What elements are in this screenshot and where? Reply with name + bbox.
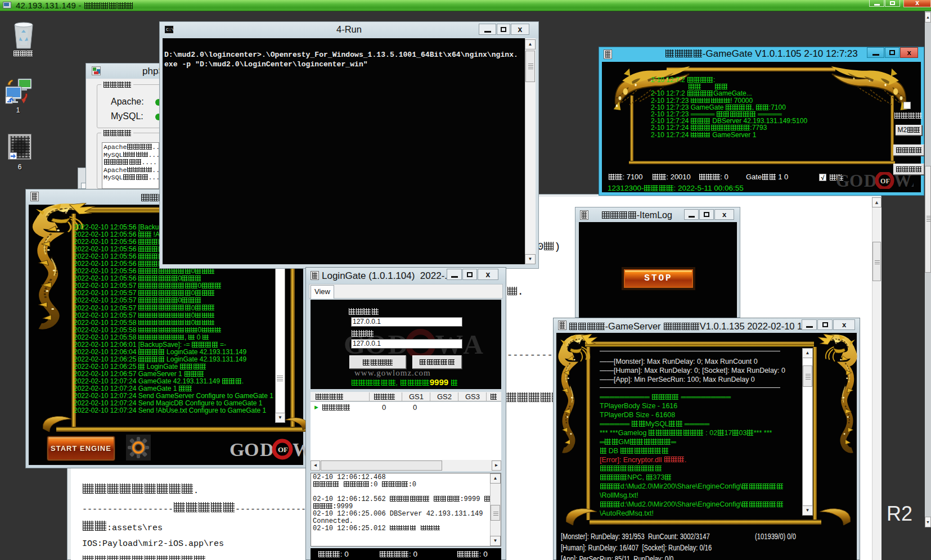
svg-text:D: D — [864, 172, 877, 189]
svg-text:O: O — [849, 172, 863, 189]
svg-text:D: D — [260, 439, 274, 460]
svg-text:G: G — [230, 439, 244, 460]
svg-text:O: O — [244, 439, 259, 460]
svg-text:W: W — [894, 172, 911, 189]
svg-text:OF: OF — [880, 177, 890, 185]
svg-text:G: G — [836, 172, 849, 189]
svg-text:A: A — [463, 329, 483, 360]
svg-text:OF: OF — [278, 445, 288, 454]
svg-text:A: A — [911, 172, 914, 189]
